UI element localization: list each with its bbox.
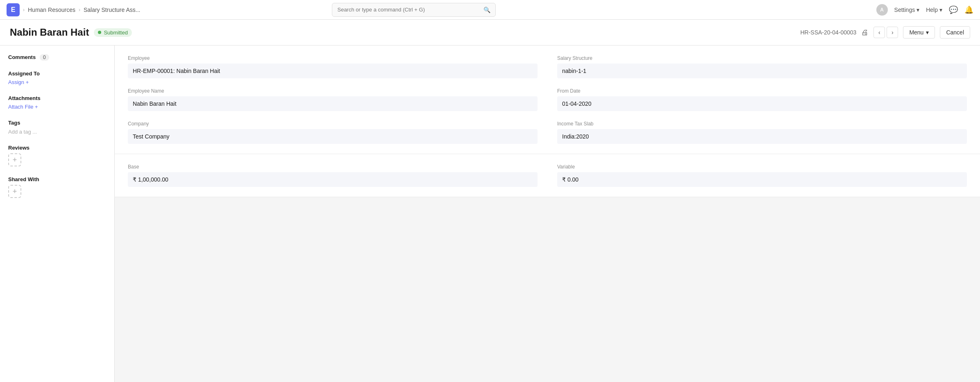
salary-structure-value: nabin-1-1 [557,64,967,78]
base-value: ₹ 1,00,000.00 [128,172,538,187]
salary-structure-label: Salary Structure [557,55,967,61]
form-grid-2: Base ₹ 1,00,000.00 Variable ₹ 0.00 [128,164,967,187]
app-logo: E [7,3,20,16]
breadcrumb-salary-structure[interactable]: Salary Structure Ass... [84,7,141,13]
income-tax-slab-field: Income Tax Slab India:2020 [557,121,967,144]
employee-label: Employee [128,55,538,61]
search-icon: 🔍 [483,7,490,13]
employee-value: HR-EMP-00001: Nabin Baran Hait [128,64,538,78]
chat-icon[interactable]: 💬 [949,5,958,14]
variable-field: Variable ₹ 0.00 [557,164,967,187]
breadcrumb-chevron-2: › [79,7,80,13]
assign-button[interactable]: Assign + [8,79,106,85]
attach-file-button[interactable]: Attach File + [8,104,106,110]
next-nav-button[interactable]: › [887,27,898,38]
help-button[interactable]: Help ▾ [926,7,942,13]
form-grid-1: Employee HR-EMP-00001: Nabin Baran Hait … [128,55,967,144]
topnav-right-area: A Settings ▾ Help ▾ 💬 🔔 [876,4,973,16]
main-layout: Comments 0 Assigned To Assign + Attachme… [0,45,980,382]
page-title: Nabin Baran Hait [10,27,89,38]
help-chevron-icon: ▾ [939,7,942,13]
attachments-label: Attachments [8,95,106,101]
comments-label: Comments [8,54,36,60]
income-tax-slab-value: India:2020 [557,129,967,144]
shared-with-label: Shared With [8,176,106,182]
breadcrumb-human-resources[interactable]: Human Resources [28,7,75,13]
menu-chevron-icon: ▾ [926,29,929,36]
from-date-field: From Date 01-04-2020 [557,88,967,111]
settings-chevron-icon: ▾ [916,7,919,13]
document-id: HR-SSA-20-04-00003 [800,29,856,36]
main-content: Employee HR-EMP-00001: Nabin Baran Hait … [115,45,980,382]
status-badge: Submitted [94,28,132,37]
comments-count: 0 [40,54,49,61]
salary-structure-field: Salary Structure nabin-1-1 [557,55,967,78]
company-label: Company [128,121,538,127]
tags-label: Tags [8,120,106,126]
employee-name-field: Employee Name Nabin Baran Hait [128,88,538,111]
prev-nav-button[interactable]: ‹ [873,27,885,38]
base-label: Base [128,164,538,170]
from-date-value: 01-04-2020 [557,96,967,111]
page-header: Nabin Baran Hait Submitted HR-SSA-20-04-… [0,20,980,45]
base-field: Base ₹ 1,00,000.00 [128,164,538,187]
variable-value: ₹ 0.00 [557,172,967,187]
sidebar-reviews-section: Reviews + [8,145,106,166]
sidebar-assigned-section: Assigned To Assign + [8,70,106,85]
bell-icon[interactable]: 🔔 [964,5,973,14]
form-section-2: Base ₹ 1,00,000.00 Variable ₹ 0.00 [115,154,980,197]
variable-label: Variable [557,164,967,170]
add-review-button[interactable]: + [8,153,21,166]
page-header-right: HR-SSA-20-04-00003 🖨 ‹ › Menu ▾ Cancel [800,26,970,39]
menu-button[interactable]: Menu ▾ [903,26,935,39]
assigned-to-label: Assigned To [8,70,106,77]
search-bar[interactable]: 🔍 [332,3,496,17]
sidebar-comments-section: Comments 0 [8,54,106,61]
print-icon[interactable]: 🖨 [861,28,869,37]
form-section-1: Employee HR-EMP-00001: Nabin Baran Hait … [115,45,980,154]
cancel-button[interactable]: Cancel [940,26,970,39]
avatar[interactable]: A [876,4,888,16]
reviews-label: Reviews [8,145,106,151]
income-tax-slab-label: Income Tax Slab [557,121,967,127]
add-tag-button[interactable]: Add a tag ... [8,129,37,135]
sidebar: Comments 0 Assigned To Assign + Attachme… [0,45,115,382]
from-date-label: From Date [557,88,967,94]
status-text: Submitted [104,30,128,36]
employee-field: Employee HR-EMP-00001: Nabin Baran Hait [128,55,538,78]
sidebar-shared-section: Shared With + [8,176,106,198]
add-shared-button[interactable]: + [8,185,21,198]
search-input[interactable] [337,7,480,13]
breadcrumb-chevron-1: › [23,7,25,13]
employee-name-value: Nabin Baran Hait [128,96,538,111]
page-title-area: Nabin Baran Hait Submitted [10,27,132,38]
status-dot [98,31,101,34]
top-navigation: E › Human Resources › Salary Structure A… [0,0,980,20]
nav-buttons: ‹ › [873,27,898,38]
employee-name-label: Employee Name [128,88,538,94]
company-value: Test Company [128,129,538,144]
settings-button[interactable]: Settings ▾ [894,7,920,13]
sidebar-tags-section: Tags Add a tag ... [8,120,106,135]
company-field: Company Test Company [128,121,538,144]
sidebar-attachments-section: Attachments Attach File + [8,95,106,110]
